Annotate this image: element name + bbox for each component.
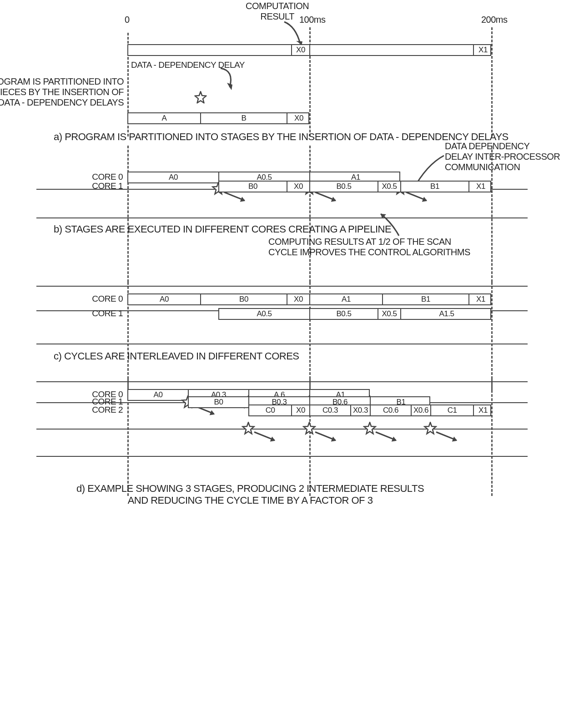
label-core1: CORE 1 (36, 181, 123, 191)
caption-a: a) PROGRAM IS PARTITIONED INTO STAGES BY… (54, 131, 509, 143)
star-icon (194, 91, 207, 105)
figure: 0 100ms 200ms COMPUTATION RESULT X0 X1 D… (36, 9, 555, 514)
cell-x1: X1 (478, 45, 488, 55)
row-result: X0 X1 (127, 41, 500, 59)
label-core1: CORE 1 (36, 308, 123, 318)
callout-computation-result: COMPUTATION RESULT (246, 1, 309, 22)
callout-half-cycle: COMPUTING RESULTS AT 1/2 OF THE SCAN CYC… (268, 237, 470, 258)
caption-d: d) EXAMPLE SHOWING 3 STAGES, PRODUCING 2… (76, 483, 424, 506)
callout-ipc: DATA DEPENDENCY DELAY INTER-PROCESSOR CO… (445, 141, 560, 172)
panel-a: 0 100ms 200ms COMPUTATION RESULT X0 X1 D… (36, 9, 555, 146)
cell-x0: X0 (295, 45, 306, 55)
caption-b: b) STAGES ARE EXECUTED IN DIFFERENT CORE… (54, 223, 391, 235)
label-core0: CORE 0 (36, 172, 123, 182)
panel-c: CORE 0 A0 B0 X0 A1 B1 X1 CORE 1 A0.5 B0. (36, 282, 555, 391)
panel-d: CORE 0 A0 A0.3 A.6 A1 CORE 1 (36, 378, 555, 514)
callout-partition-side: PROGRAM IS PARTITIONED INTO PIECES BY TH… (0, 76, 124, 108)
time-200: 200ms (481, 15, 508, 25)
row-program: A B X0 (127, 109, 500, 127)
time-0: 0 (125, 15, 130, 25)
label-core0: CORE 0 (36, 294, 123, 304)
caption-c: c) CYCLES ARE INTERLEAVED IN DIFFERENT C… (54, 350, 299, 362)
panel-b: DATA DEPENDENCY DELAY INTER-PROCESSOR CO… (36, 146, 555, 282)
